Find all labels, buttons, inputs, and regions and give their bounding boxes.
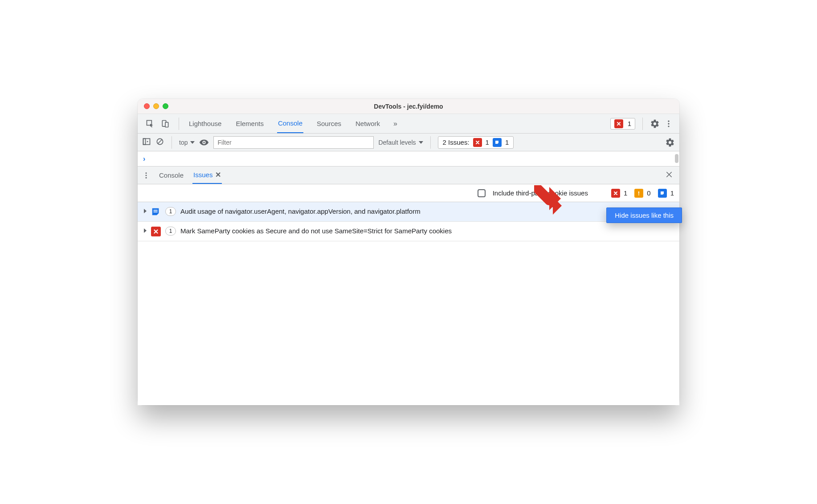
log-levels-label: Default levels bbox=[378, 139, 416, 146]
issues-summary-button[interactable]: 2 Issues: 1 1 bbox=[438, 136, 514, 149]
settings-icon[interactable] bbox=[650, 119, 660, 129]
device-toolbar-icon[interactable] bbox=[161, 119, 170, 128]
thirdparty-checkbox[interactable] bbox=[478, 189, 486, 197]
chevron-down-icon bbox=[190, 141, 195, 144]
error-icon bbox=[614, 119, 623, 128]
issue-error-icon bbox=[151, 227, 161, 236]
separator bbox=[179, 118, 179, 130]
expand-icon[interactable] bbox=[144, 208, 147, 215]
toolbar-left-icons bbox=[141, 119, 174, 128]
info-icon bbox=[658, 189, 667, 198]
svg-point-12 bbox=[146, 177, 147, 178]
context-menu-item-hide[interactable]: Hide issues like this bbox=[615, 211, 674, 219]
issues-count-warn[interactable]: 0 bbox=[634, 189, 650, 198]
titlebar: DevTools - jec.fyi/demo bbox=[138, 99, 679, 114]
drawer-tab-issues[interactable]: Issues ✕ bbox=[192, 167, 222, 184]
issue-row[interactable]: 1 Audit usage of navigator.userAgent, na… bbox=[138, 202, 679, 222]
tab-elements[interactable]: Elements bbox=[235, 114, 265, 133]
svg-point-3 bbox=[668, 120, 669, 122]
drawer-tab-issues-label: Issues bbox=[193, 171, 212, 179]
svg-point-5 bbox=[668, 126, 669, 127]
svg-point-11 bbox=[146, 175, 147, 176]
prompt-chevron-icon: › bbox=[143, 155, 145, 163]
issues-count-error[interactable]: 1 bbox=[611, 189, 627, 198]
svg-rect-14 bbox=[638, 194, 639, 195]
issue-count-pill: 1 bbox=[165, 207, 176, 216]
close-window-button[interactable] bbox=[144, 103, 150, 109]
error-icon bbox=[473, 138, 482, 147]
issue-text: Audit usage of navigator.userAgent, navi… bbox=[180, 207, 673, 216]
console-sidebar-toggle-icon[interactable] bbox=[142, 137, 151, 148]
issues-summary-label: 2 Issues: bbox=[443, 138, 470, 146]
expand-icon[interactable] bbox=[144, 228, 147, 234]
main-toolbar: Lighthouse Elements Console Sources Netw… bbox=[138, 114, 679, 134]
drawer-tabs: Console Issues ✕ bbox=[138, 167, 679, 184]
execution-context-select[interactable]: top bbox=[179, 139, 195, 146]
svg-rect-6 bbox=[143, 138, 150, 144]
info-icon bbox=[493, 138, 502, 147]
separator bbox=[172, 136, 172, 149]
maximize-window-button[interactable] bbox=[163, 103, 168, 109]
issues-error-count: 1 bbox=[486, 138, 489, 146]
svg-rect-2 bbox=[165, 122, 168, 127]
issues-list: 1 Audit usage of navigator.userAgent, na… bbox=[138, 202, 679, 405]
error-count-value: 1 bbox=[624, 189, 627, 197]
warning-icon bbox=[634, 189, 643, 198]
svg-rect-7 bbox=[143, 138, 146, 144]
svg-line-9 bbox=[158, 139, 162, 144]
console-filter-row: top Default levels 2 Issues: 1 1 bbox=[138, 134, 679, 151]
console-prompt[interactable]: › bbox=[138, 151, 679, 167]
execution-context-label: top bbox=[179, 139, 188, 146]
window-controls bbox=[144, 103, 168, 109]
issue-info-icon bbox=[151, 207, 161, 217]
tab-network[interactable]: Network bbox=[355, 114, 381, 133]
live-expression-icon[interactable] bbox=[199, 138, 209, 147]
close-tab-icon[interactable]: ✕ bbox=[215, 171, 221, 179]
svg-rect-13 bbox=[638, 191, 639, 194]
error-icon bbox=[611, 189, 620, 198]
svg-point-10 bbox=[146, 172, 147, 174]
close-drawer-icon[interactable] bbox=[663, 169, 675, 182]
chevron-down-icon bbox=[419, 141, 423, 144]
issue-text: Mark SameParty cookies as Secure and do … bbox=[180, 226, 673, 236]
svg-rect-16 bbox=[154, 211, 158, 212]
info-count-value: 1 bbox=[670, 189, 674, 197]
issue-count-pill: 1 bbox=[165, 227, 176, 236]
issues-toolbar: Include third-party cookie issues 1 0 1 bbox=[138, 184, 679, 202]
log-levels-select[interactable]: Default levels bbox=[378, 139, 423, 146]
tab-sources[interactable]: Sources bbox=[316, 114, 342, 133]
svg-point-4 bbox=[668, 123, 669, 124]
toolbar-right: 1 bbox=[610, 118, 676, 130]
issues-count-info[interactable]: 1 bbox=[658, 189, 674, 198]
drawer-more-icon[interactable] bbox=[142, 171, 150, 179]
filter-input[interactable] bbox=[213, 136, 374, 149]
svg-rect-15 bbox=[154, 210, 158, 211]
thirdparty-label: Include third-party cookie issues bbox=[493, 189, 588, 197]
scrollbar-thumb[interactable] bbox=[675, 154, 678, 163]
issues-info-count: 1 bbox=[505, 138, 509, 146]
warn-count-value: 0 bbox=[647, 189, 650, 197]
window-title: DevTools - jec.fyi/demo bbox=[138, 103, 679, 110]
tab-console[interactable]: Console bbox=[277, 114, 303, 133]
tab-lighthouse[interactable]: Lighthouse bbox=[188, 114, 222, 133]
error-badge[interactable]: 1 bbox=[610, 118, 635, 130]
clear-console-icon[interactable] bbox=[155, 137, 164, 148]
issue-row[interactable]: 1 Mark SameParty cookies as Secure and d… bbox=[138, 222, 679, 241]
error-count: 1 bbox=[628, 120, 631, 127]
console-settings-icon[interactable] bbox=[665, 138, 675, 147]
minimize-window-button[interactable] bbox=[153, 103, 159, 109]
panel-tabs: Lighthouse Elements Console Sources Netw… bbox=[184, 114, 402, 133]
separator bbox=[430, 136, 431, 149]
context-menu: Hide issues like this bbox=[606, 207, 682, 223]
tabs-overflow-icon[interactable]: » bbox=[393, 120, 397, 128]
select-element-icon[interactable] bbox=[146, 119, 155, 128]
more-icon[interactable] bbox=[664, 119, 673, 128]
drawer-tab-console[interactable]: Console bbox=[158, 167, 184, 184]
separator bbox=[642, 118, 643, 130]
devtools-window: DevTools - jec.fyi/demo Lighthouse Eleme… bbox=[138, 99, 679, 405]
